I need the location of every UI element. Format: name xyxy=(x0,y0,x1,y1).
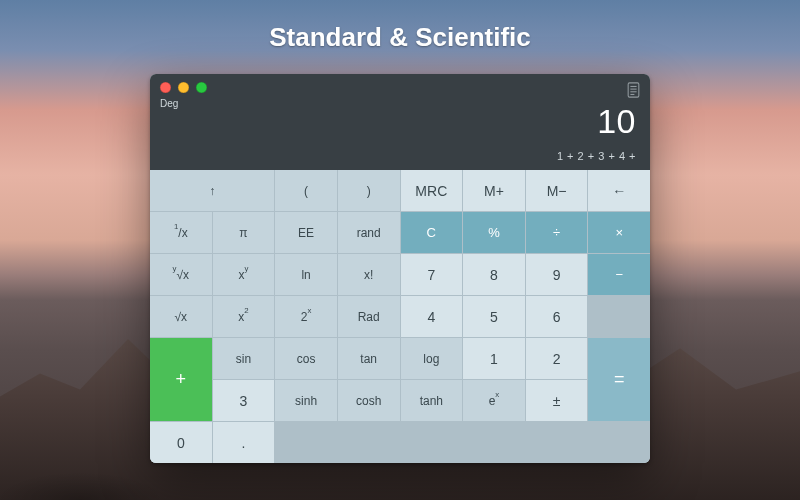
key-reciprocal[interactable]: 1/x xyxy=(150,212,212,253)
history-icon[interactable] xyxy=(627,82,640,98)
key-rand[interactable]: rand xyxy=(338,212,400,253)
key-plus[interactable]: + xyxy=(150,338,212,421)
key-ee[interactable]: EE xyxy=(275,212,337,253)
page-title: Standard & Scientific xyxy=(0,22,800,53)
key-rad[interactable]: Rad xyxy=(338,296,400,337)
close-icon[interactable] xyxy=(160,82,171,93)
window-controls xyxy=(160,82,207,93)
label: 2x xyxy=(301,309,312,324)
key-percent[interactable]: % xyxy=(463,212,525,253)
key-sinh[interactable]: sinh xyxy=(275,380,337,421)
key-mplus[interactable]: M+ xyxy=(463,170,525,211)
minimize-icon[interactable] xyxy=(178,82,189,93)
key-equals[interactable]: = xyxy=(588,338,650,421)
key-sqrt[interactable]: √x xyxy=(150,296,212,337)
key-factorial[interactable]: x! xyxy=(338,254,400,295)
key-mminus[interactable]: M− xyxy=(526,170,588,211)
key-1[interactable]: 1 xyxy=(463,338,525,379)
key-7[interactable]: 7 xyxy=(401,254,463,295)
key-sin[interactable]: sin xyxy=(213,338,275,379)
key-log[interactable]: log xyxy=(401,338,463,379)
titlebar: Deg 10 1 + 2 + 3 + 4 + xyxy=(150,74,650,170)
key-2[interactable]: 2 xyxy=(526,338,588,379)
key-9[interactable]: 9 xyxy=(526,254,588,295)
key-tan[interactable]: tan xyxy=(338,338,400,379)
key-yroot[interactable]: y√x xyxy=(150,254,212,295)
key-ln[interactable]: ln xyxy=(275,254,337,295)
key-up[interactable]: ↑ xyxy=(150,170,274,211)
key-4[interactable]: 4 xyxy=(401,296,463,337)
label: ex xyxy=(489,393,500,408)
label: x2 xyxy=(238,309,248,324)
angle-mode-label: Deg xyxy=(160,98,178,109)
key-backspace[interactable]: ← xyxy=(588,170,650,211)
key-tanh[interactable]: tanh xyxy=(401,380,463,421)
key-2-pow-x[interactable]: 2x xyxy=(275,296,337,337)
key-plus-minus[interactable]: ± xyxy=(526,380,588,421)
key-cos[interactable]: cos xyxy=(275,338,337,379)
label: y√x xyxy=(173,267,190,282)
key-rparen[interactable]: ) xyxy=(338,170,400,211)
key-5[interactable]: 5 xyxy=(463,296,525,337)
keypad: ↑ ( ) MRC M+ M− ← 1/x π EE rand C % ÷ × … xyxy=(150,170,650,463)
maximize-icon[interactable] xyxy=(196,82,207,93)
display-expression: 1 + 2 + 3 + 4 + xyxy=(557,150,636,162)
key-divide[interactable]: ÷ xyxy=(526,212,588,253)
display-result: 10 xyxy=(597,102,636,141)
key-x-pow-y[interactable]: xy xyxy=(213,254,275,295)
key-mrc[interactable]: MRC xyxy=(401,170,463,211)
key-x-squared[interactable]: x2 xyxy=(213,296,275,337)
key-cosh[interactable]: cosh xyxy=(338,380,400,421)
key-lparen[interactable]: ( xyxy=(275,170,337,211)
key-clear[interactable]: C xyxy=(401,212,463,253)
key-3[interactable]: 3 xyxy=(213,380,275,421)
label: 1/x xyxy=(174,225,188,240)
key-e-pow-x[interactable]: ex xyxy=(463,380,525,421)
key-pi[interactable]: π xyxy=(213,212,275,253)
calculator-window: Deg 10 1 + 2 + 3 + 4 + ↑ ( ) MRC M+ M− ←… xyxy=(150,74,650,463)
label: xy xyxy=(238,267,248,282)
key-0[interactable]: 0 xyxy=(150,422,212,463)
svg-rect-0 xyxy=(628,83,639,97)
key-multiply[interactable]: × xyxy=(588,212,650,253)
key-decimal[interactable]: . xyxy=(213,422,275,463)
key-8[interactable]: 8 xyxy=(463,254,525,295)
key-6[interactable]: 6 xyxy=(526,296,588,337)
key-minus[interactable]: − xyxy=(588,254,650,295)
